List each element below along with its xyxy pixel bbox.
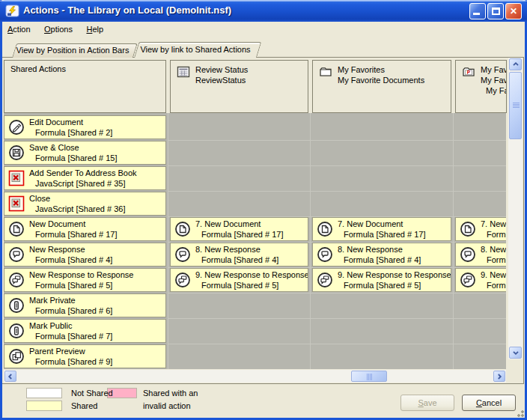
new-response-to-response-icon (8, 272, 25, 288)
vertical-scroll-thumb[interactable] (509, 72, 522, 139)
scroll-grip (368, 374, 369, 380)
minimize-button[interactable] (469, 3, 486, 19)
invalid-action-icon (8, 170, 25, 186)
menu-options[interactable]: Options (39, 22, 78, 34)
linked-cell-favorites-new-response[interactable]: 8. New ResponseFormula [Shared # 4] (312, 243, 451, 267)
new-document-icon (8, 221, 25, 237)
scroll-left-button[interactable] (4, 371, 16, 382)
linked-cell-review-new-response[interactable]: 8. New ResponseFormula [Shared # 4] (170, 243, 308, 267)
mark-public-icon (8, 323, 25, 339)
scroll-up-button[interactable] (509, 58, 522, 70)
menu-bar: Action Options Help (2, 22, 525, 40)
mark-private-icon (8, 297, 25, 314)
maximize-button[interactable] (487, 3, 504, 19)
shared-action-new-document[interactable]: New DocumentFormula [Shared # 17] (4, 217, 166, 241)
resize-grip[interactable] (515, 408, 524, 417)
linked-cell-review-new-response-to-response[interactable]: 9. New Response to ResponseFormula [Shar… (170, 268, 308, 292)
shared-action-edit-document[interactable]: Edit DocumentFormula [Shared # 2] (4, 115, 166, 139)
horizontal-scrollbar[interactable] (4, 370, 506, 383)
save-icon (8, 144, 25, 161)
legend: Not Shared Shared Shared with an invalid… (0, 386, 314, 417)
linked-cell-review-new-document[interactable]: 7. New DocumentFormula [Shared # 17] (170, 217, 308, 241)
new-response-icon (317, 246, 333, 263)
actions-dialog-window: Actions - The Library on Local (DemoInit… (0, 0, 527, 420)
new-response-to-response-icon (317, 272, 333, 288)
not-shared-swatch (26, 388, 62, 398)
linked-cell-favorites-new-response-to-response[interactable]: 9. New Response to ResponseFormula [Shar… (312, 268, 451, 292)
minimize-icon (473, 13, 480, 15)
scroll-down-button[interactable] (509, 347, 522, 359)
new-response-to-response-icon (460, 272, 476, 288)
view-grid-icon (177, 65, 190, 79)
new-response-to-response-icon (174, 272, 191, 288)
vertical-scrollbar[interactable] (508, 58, 523, 359)
app-icon (5, 4, 19, 18)
column-header-my-favorites: My FavoritesMy Favorite Documents (312, 60, 451, 113)
invalid-action-label-line1: Shared with an (143, 389, 198, 398)
new-document-icon (174, 221, 191, 237)
shared-label: Shared (71, 401, 97, 410)
chevron-down-icon (510, 347, 521, 358)
column-header-shared-actions: Shared Actions (4, 60, 166, 113)
menu-action[interactable]: Action (2, 22, 36, 34)
shared-action-save-close[interactable]: Save & CloseFormula [Shared # 15] (4, 141, 166, 165)
close-icon: ✕ (510, 6, 517, 16)
new-document-icon (460, 221, 476, 237)
not-shared-label: Not Shared (71, 389, 113, 398)
title-bar[interactable]: Actions - The Library on Local (DemoInit… (0, 0, 527, 22)
invalid-action-label-line2: invalid action (143, 401, 191, 410)
shared-action-mark-private[interactable]: Mark PrivateFormula [Shared # 6] (4, 293, 166, 317)
column-header-my-favorites-private: My FavoMy FavoMy Fav (455, 60, 507, 113)
scroll-right-button[interactable] (493, 371, 505, 382)
linked-cell-favorites2-new-response[interactable]: 8. New ResponseFormula [Shared # 4] (455, 243, 506, 267)
edit-icon (8, 119, 25, 136)
shared-action-mark-public[interactable]: Mark PublicFormula [Shared # 7] (4, 319, 166, 343)
save-button[interactable]: Save (400, 395, 454, 411)
window-title: Actions - The Library on Local (DemoInit… (23, 4, 231, 16)
grid-body: Edit DocumentFormula [Shared # 2] Save &… (4, 113, 506, 369)
chevron-left-icon (5, 371, 16, 381)
shared-action-add-sender[interactable]: Add Sender To Address BookJavaScript [Sh… (4, 166, 166, 190)
shared-action-close[interactable]: CloseJavaScript [Shared # 36] (4, 192, 166, 216)
new-response-icon (8, 246, 25, 263)
new-response-icon (174, 246, 191, 263)
cancel-button[interactable]: Cancel (462, 395, 516, 411)
chevron-up-icon (510, 59, 521, 70)
new-document-icon (317, 221, 333, 237)
chevron-right-icon (494, 371, 505, 381)
new-response-icon (460, 246, 476, 263)
tab-view-by-position[interactable]: View by Position in Action Bars (12, 43, 133, 58)
folder-icon (319, 65, 332, 79)
tab-strip: View by Position in Action Bars View by … (0, 42, 527, 58)
shared-swatch (26, 401, 62, 411)
actions-grid-panel: Shared Actions Review StatusReviewStatus… (1, 57, 524, 384)
close-button[interactable]: ✕ (505, 3, 522, 19)
tab-view-by-link[interactable]: View by link to Shared Actions (134, 42, 257, 58)
shared-action-new-response[interactable]: New ResponseFormula [Shared # 4] (4, 243, 166, 267)
menu-help[interactable]: Help (81, 22, 109, 34)
column-header-review-status: Review StatusReviewStatus (170, 60, 308, 113)
linked-cell-favorites2-new-document[interactable]: 7. New DocumentFormula [Shared # 17] (455, 217, 506, 241)
scroll-grip (513, 104, 520, 105)
invalid-action-icon (8, 195, 25, 212)
maximize-icon (492, 7, 500, 15)
parent-preview-icon (8, 348, 25, 365)
horizontal-scroll-thumb[interactable] (351, 371, 387, 382)
linked-cell-favorites-new-document[interactable]: 7. New DocumentFormula [Shared # 17] (312, 217, 451, 241)
linked-cell-favorites2-new-response-to-response[interactable]: 9. New Response to ResponseFormula [Shar… (455, 268, 506, 292)
private-folder-icon (462, 65, 475, 79)
shared-action-parent-preview[interactable]: Parent PreviewFormula [Shared # 9] (4, 344, 166, 368)
shared-action-new-response-to-response[interactable]: New Response to ResponseFormula [Shared … (4, 268, 166, 292)
